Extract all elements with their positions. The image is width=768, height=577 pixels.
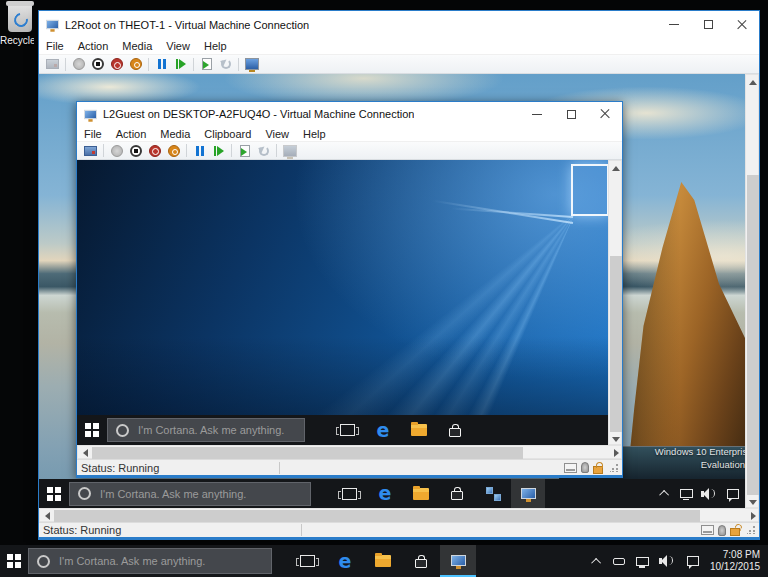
outer-menu-help[interactable]: Help <box>197 39 234 53</box>
host-tray-network[interactable] <box>630 545 654 577</box>
host-tray-action-center[interactable] <box>680 545 706 577</box>
scrollbar-thumb[interactable] <box>747 175 759 495</box>
inner-menu-file[interactable]: File <box>77 127 109 141</box>
ctrl-alt-del-button[interactable] <box>81 143 100 159</box>
save-vm-button[interactable] <box>164 143 183 159</box>
enhanced-session-button[interactable] <box>280 143 299 159</box>
outer-vertical-scrollbar[interactable] <box>745 74 759 508</box>
inner-titlebar[interactable]: L2Guest on DESKTOP-A2FUQ4O - Virtual Mac… <box>77 102 622 126</box>
inner-menu-clipboard[interactable]: Clipboard <box>197 127 258 141</box>
inner-maximize-button[interactable] <box>554 102 588 126</box>
save-vm-button[interactable] <box>126 56 145 72</box>
host-vmconnect-button[interactable] <box>440 545 476 577</box>
turn-off-icon <box>130 145 142 157</box>
display-status-icon <box>701 525 714 535</box>
scrollbar-thumb[interactable] <box>92 447 523 459</box>
ctrl-alt-del-button[interactable] <box>43 56 62 72</box>
root-tray-action-center[interactable] <box>721 479 745 508</box>
outer-minimize-button[interactable] <box>657 11 691 38</box>
inner-horizontal-scrollbar[interactable] <box>77 445 622 459</box>
inner-vertical-scrollbar[interactable] <box>608 160 622 445</box>
inner-menu-media[interactable]: Media <box>153 127 197 141</box>
root-hyperv-manager-button[interactable] <box>475 479 511 508</box>
reset-button[interactable] <box>171 56 190 72</box>
guest-start-button[interactable] <box>77 415 107 445</box>
display-status-icon <box>564 463 577 473</box>
cortana-icon <box>116 424 129 437</box>
pause-button[interactable] <box>152 56 171 72</box>
host-store-button[interactable] <box>402 545 440 577</box>
scroll-right-button[interactable] <box>746 509 760 523</box>
inner-menu-help[interactable]: Help <box>296 127 333 141</box>
host-tray-chevron[interactable] <box>586 545 608 577</box>
scroll-right-button[interactable] <box>609 446 623 460</box>
pause-button[interactable] <box>190 143 209 159</box>
root-tray-volume[interactable] <box>697 479 721 508</box>
root-file-explorer-button[interactable] <box>403 479 439 508</box>
shut-down-button[interactable] <box>107 56 126 72</box>
shut-down-button[interactable] <box>145 143 164 159</box>
guest-file-explorer-button[interactable] <box>401 415 437 445</box>
scroll-left-button[interactable] <box>78 446 92 460</box>
checkpoint-button[interactable] <box>235 143 254 159</box>
scrollbar-thumb[interactable] <box>54 510 700 522</box>
start-vm-button[interactable] <box>107 143 126 159</box>
outer-titlebar[interactable]: L2Root on THEOT-1 - Virtual Machine Conn… <box>39 11 759 38</box>
inner-minimize-button[interactable] <box>520 102 554 126</box>
turn-off-button[interactable] <box>126 143 145 159</box>
root-vmconnect-button[interactable] <box>511 479 545 508</box>
resize-grip[interactable] <box>610 464 618 472</box>
root-start-button[interactable] <box>39 479 69 508</box>
host-start-button[interactable] <box>0 545 28 577</box>
root-task-view-button[interactable] <box>331 479 367 508</box>
outer-menu-action[interactable]: Action <box>71 39 116 53</box>
minimize-icon <box>532 114 542 115</box>
scroll-down-button[interactable] <box>609 432 623 446</box>
inner-menu-view[interactable]: View <box>258 127 296 141</box>
checkpoint-button[interactable] <box>197 56 216 72</box>
outer-menu-file[interactable]: File <box>39 39 71 53</box>
outer-horizontal-scrollbar[interactable] <box>39 508 759 522</box>
guest-edge-button[interactable]: e <box>365 415 401 445</box>
guest-store-button[interactable] <box>437 415 473 445</box>
root-tray-network[interactable] <box>675 479 697 508</box>
action-center-icon <box>727 489 739 499</box>
start-vm-button[interactable] <box>69 56 88 72</box>
host-file-explorer-button[interactable] <box>364 545 402 577</box>
reset-button[interactable] <box>209 143 228 159</box>
guest-task-view-button[interactable] <box>329 415 365 445</box>
windows-hero-logo <box>571 164 608 216</box>
outer-menubar: File Action Media View Help <box>39 38 759 55</box>
outer-close-button[interactable] <box>725 11 759 38</box>
scroll-down-button[interactable] <box>746 495 760 509</box>
host-tray-volume[interactable] <box>654 545 680 577</box>
guest-search-box[interactable]: I'm Cortana. Ask me anything. <box>107 418 305 442</box>
scroll-up-button[interactable] <box>746 75 760 89</box>
host-tray-device[interactable] <box>608 545 630 577</box>
scroll-left-button[interactable] <box>40 509 54 523</box>
host-task-view-button[interactable] <box>288 545 326 577</box>
enhanced-session-button[interactable] <box>242 56 261 72</box>
root-edge-button[interactable]: e <box>367 479 403 508</box>
root-search-box[interactable]: I'm Cortana. Ask me anything. <box>69 482 311 506</box>
revert-button[interactable] <box>254 143 273 159</box>
root-taskbar: I'm Cortana. Ask me anything. e <box>39 479 745 508</box>
network-icon <box>636 557 649 566</box>
outer-maximize-button[interactable] <box>691 11 725 38</box>
inner-menu-action[interactable]: Action <box>109 127 154 141</box>
host-edge-button[interactable]: e <box>326 545 364 577</box>
root-store-button[interactable] <box>439 479 475 508</box>
recycle-bin[interactable]: Recycle <box>0 4 38 46</box>
host-clock[interactable]: 7:08 PM 10/12/2015 <box>706 545 768 577</box>
revert-button[interactable] <box>216 56 235 72</box>
scroll-up-button[interactable] <box>609 161 623 175</box>
outer-menu-media[interactable]: Media <box>115 39 159 53</box>
scrollbar-thumb[interactable] <box>610 256 622 432</box>
resize-grip[interactable] <box>747 526 755 534</box>
turn-off-button[interactable] <box>88 56 107 72</box>
outer-menu-view[interactable]: View <box>159 39 197 53</box>
host-search-box[interactable]: I'm Cortana. Ask me anything. <box>28 548 272 574</box>
inner-close-button[interactable] <box>588 102 622 126</box>
root-tray-chevron[interactable] <box>655 479 675 508</box>
fingerprint-status-icon <box>581 462 589 473</box>
